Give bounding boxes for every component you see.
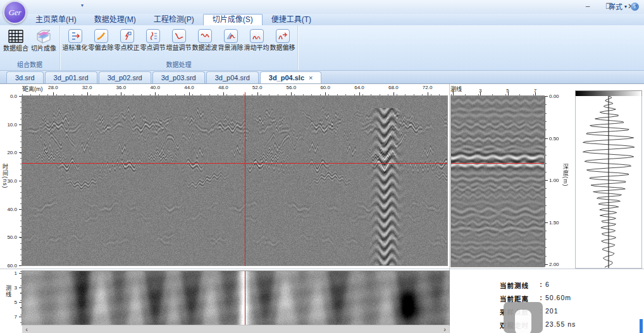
title-bar: Ger ▾ – ❐ ✕ xyxy=(0,0,644,14)
data-filter-icon xyxy=(198,29,212,43)
ribbon-button-label: 零偏去除 xyxy=(88,44,114,52)
zero-point-correct-icon xyxy=(120,29,134,43)
status-value: 50.60m xyxy=(545,294,571,303)
zero-point-adjust-icon xyxy=(146,29,160,43)
x-tick-label: 72.0 xyxy=(423,85,433,90)
y-tick-label: 7 xyxy=(15,314,17,320)
ribbon-button-label: 道标准化 xyxy=(62,44,88,52)
doc-tab-3d_p02.srd[interactable]: 3d_p02.srd xyxy=(99,71,151,83)
doc-tab-3d_p03.srd[interactable]: 3d_p03.srd xyxy=(152,71,205,83)
app-window: Ger ▾ – ❐ ✕ 主页菜单(H)数据处理(M)工程检测(P)切片成像(S)… xyxy=(0,0,644,333)
x-tick-label: 24.0 xyxy=(22,85,24,90)
status-value: 201 xyxy=(545,307,559,317)
y-tick-label: 20.0 xyxy=(7,150,17,155)
ribbon-button-label: 滑动平均 xyxy=(244,44,269,52)
ribbon-button-切片成像[interactable]: 切片成像 xyxy=(30,27,58,52)
ribbon-group-buttons: 道标准化零偏去除零点校正零点调节增益调节数据滤波背景消除滑动平均数据偏移 xyxy=(60,25,297,61)
status-value: 23.55 ns xyxy=(545,320,576,330)
x-tick-label: 36.0 xyxy=(116,85,127,90)
sliding-average-icon xyxy=(250,29,264,43)
status-colon: : xyxy=(536,281,545,290)
line-view-canvas[interactable] xyxy=(451,96,544,267)
ribbon-button-数据滤波[interactable]: 数据滤波 xyxy=(192,27,218,52)
ribbon-button-数据偏移[interactable]: 数据偏移 xyxy=(269,27,295,52)
y-tick-mark xyxy=(545,96,548,97)
data-offset-icon xyxy=(276,29,290,43)
x-tick-label: 56.0 xyxy=(287,85,297,90)
status-label: 当前测线 xyxy=(500,281,536,290)
ribbon-button-label: 零点校正 xyxy=(114,44,140,52)
menu-tab-工程检测(P)[interactable]: 工程检测(P) xyxy=(145,14,203,25)
scroll-right-icon[interactable]: › xyxy=(440,325,449,333)
crosshair-horizontal-line xyxy=(22,163,447,164)
gain-adjust-icon xyxy=(172,29,186,43)
zero-drift-remove-icon xyxy=(94,29,108,43)
x-tick-label: 32.0 xyxy=(82,85,92,90)
plan-line-axis: 1357 xyxy=(11,271,22,325)
ribbon-button-label: 数据组合 xyxy=(2,45,30,52)
y-tick-label: 1.50 xyxy=(549,219,559,225)
scrollbar-accent-fragment[interactable] xyxy=(640,319,643,333)
ribbon-button-label: 数据偏移 xyxy=(269,44,295,52)
ribbon-button-零点校正[interactable]: 零点校正 xyxy=(114,27,140,52)
menu-tab-主页菜单(H)[interactable]: 主页菜单(H) xyxy=(27,14,85,25)
cursor-blob xyxy=(515,310,531,333)
x-tick-label: 64.0 xyxy=(354,85,364,90)
ribbon-button-道标准化[interactable]: 道标准化 xyxy=(62,27,88,52)
ribbon-button-背景消除[interactable]: 背景消除 xyxy=(218,27,244,52)
doc-tab-3d_p01.srd[interactable]: 3d_p01.srd xyxy=(45,71,97,83)
ribbon-group-label: 组合数据 xyxy=(0,61,59,70)
doc-tab-3d.srd[interactable]: 3d.srd xyxy=(6,71,44,83)
plan-view-position-marker xyxy=(245,271,245,325)
depth-axis-title: 深度(m) xyxy=(562,164,570,187)
menu-tab-切片成像(S)[interactable]: 切片成像(S) xyxy=(203,14,263,25)
line-axis: 1357 xyxy=(451,87,544,96)
ribbon-group-buttons: 数据组合切片成像 xyxy=(0,25,59,61)
scroll-left-icon[interactable]: ‹ xyxy=(22,325,31,333)
trace-normalize-icon xyxy=(68,29,82,43)
ribbon-button-滑动平均[interactable]: 滑动平均 xyxy=(244,27,269,52)
ribbon: 数据组合切片成像组合数据道标准化零偏去除零点校正零点调节增益调节数据滤波背景消除… xyxy=(0,25,644,71)
ribbon-button-零点调节[interactable]: 零点调节 xyxy=(140,27,166,52)
data-grid-icon xyxy=(2,28,30,44)
style-caret-icon[interactable]: ▾ xyxy=(624,4,627,9)
y-tick-label: 0.00 xyxy=(549,94,559,99)
trace-panel xyxy=(575,96,642,269)
app-logo-icon[interactable]: Ger xyxy=(3,1,27,24)
doc-tab-3d_p04.slc[interactable]: 3d_p04.slc× xyxy=(260,71,322,83)
ribbon-button-数据组合[interactable]: 数据组合 xyxy=(2,27,30,52)
doc-tab-label: 3d_p04.slc xyxy=(269,72,304,83)
ribbon-button-label: 增益调节 xyxy=(166,44,192,52)
ribbon-button-零偏去除[interactable]: 零偏去除 xyxy=(88,27,114,52)
plan-view-canvas[interactable] xyxy=(22,271,449,325)
close-tab-icon[interactable]: × xyxy=(309,72,313,83)
main-radargram-canvas[interactable] xyxy=(22,96,447,265)
document-tab-bar: 3d.srd3d_p01.srd3d_p02.srd3d_p03.srd3d_p… xyxy=(0,71,644,84)
menu-tab-便捷工具(T)[interactable]: 便捷工具(T) xyxy=(263,14,320,25)
doc-tab-label: 3d_p03.srd xyxy=(161,74,196,82)
minimize-button[interactable]: – xyxy=(577,0,598,13)
y-tick-label: 0.0 xyxy=(10,94,17,99)
ribbon-button-label: 零点调节 xyxy=(140,44,166,52)
depth-axis-minor-ticks xyxy=(545,96,547,267)
crosshair-vertical-line xyxy=(245,92,245,266)
y-tick-mark xyxy=(545,180,548,181)
y-tick-label: 2.00 xyxy=(549,262,559,267)
tab-overflow-caret-icon[interactable]: ▾ xyxy=(635,3,638,9)
status-panel: 当前测线:6当前距离:50.60m采样点数:201双程走时:23.55 ns当前… xyxy=(450,269,644,333)
quick-access-caret-icon[interactable]: ▾ xyxy=(81,3,84,8)
y-tick-label: 60.0 xyxy=(7,263,17,269)
y-tick-label: 1.00 xyxy=(549,178,559,183)
horizontal-scrollbar[interactable]: ‹ › xyxy=(22,325,449,333)
distance-axis: 24.028.032.036.040.044.048.052.056.060.0… xyxy=(22,84,447,96)
doc-tab-3d_p04.srd[interactable]: 3d_p04.srd xyxy=(206,71,259,83)
slice-cube-icon xyxy=(30,28,58,44)
content-area: 距离(m) 24.028.032.036.040.044.048.052.056… xyxy=(0,84,644,333)
y-tick-label: 3 xyxy=(15,285,17,291)
ribbon-button-增益调节[interactable]: 增益调节 xyxy=(166,27,192,52)
style-button[interactable]: 样式 xyxy=(609,1,622,11)
y-tick-mark xyxy=(545,138,548,139)
ribbon-button-label: 数据滤波 xyxy=(192,44,218,52)
menu-tab-数据处理(M)[interactable]: 数据处理(M) xyxy=(85,14,145,25)
menu-bar: 主页菜单(H)数据处理(M)工程检测(P)切片成像(S)便捷工具(T) xyxy=(0,14,644,25)
